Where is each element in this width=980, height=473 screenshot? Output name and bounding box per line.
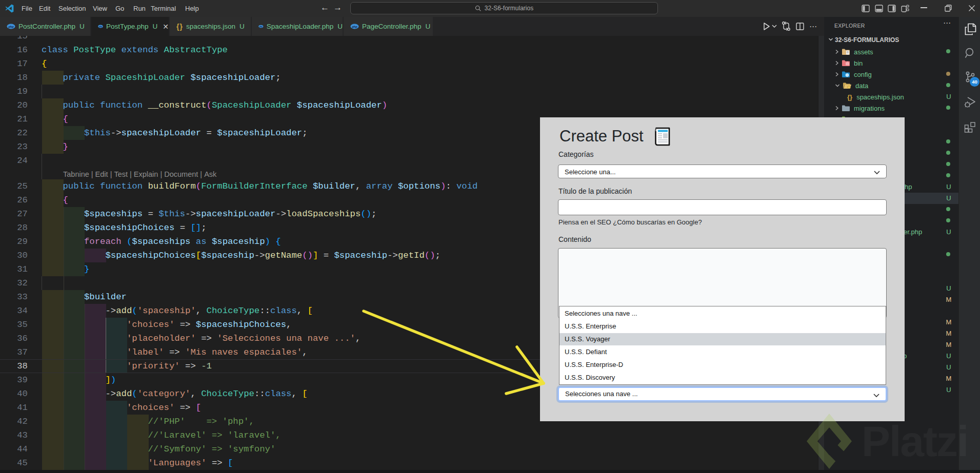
- svg-text:php: php: [351, 25, 357, 28]
- svg-text:php: php: [98, 26, 102, 28]
- svg-text:php: php: [259, 26, 263, 28]
- svg-text:php: php: [8, 25, 14, 28]
